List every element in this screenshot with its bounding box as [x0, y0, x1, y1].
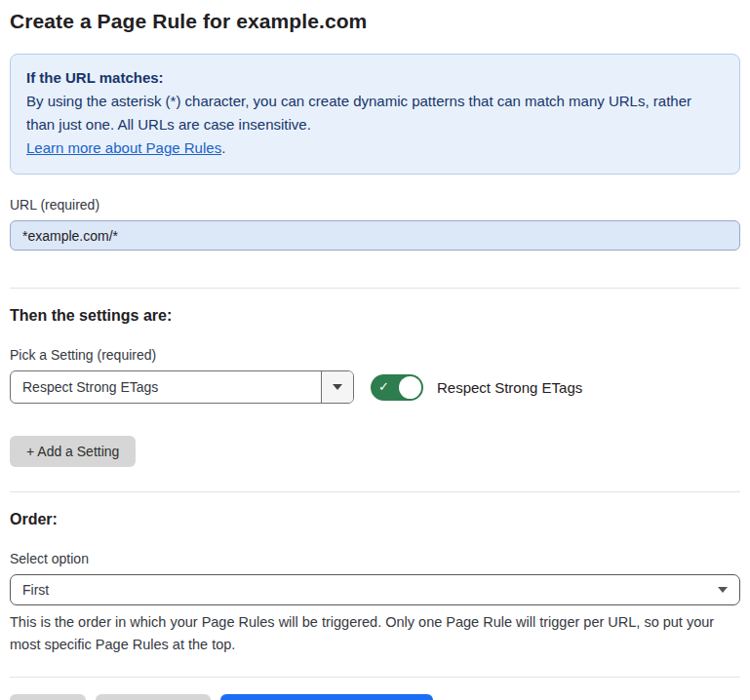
- order-help-text: This is the order in which your Page Rul…: [10, 611, 740, 656]
- check-icon: ✓: [378, 380, 389, 393]
- learn-more-link[interactable]: Learn more about Page Rules: [26, 139, 221, 156]
- divider: [10, 491, 740, 492]
- toggle-knob: [399, 376, 421, 399]
- setting-select-value: Respect Strong ETags: [11, 371, 321, 403]
- setting-toggle-label: Respect Strong ETags: [437, 379, 582, 396]
- order-select[interactable]: First: [10, 574, 740, 605]
- chevron-down-icon: [333, 384, 342, 390]
- info-box-heading: If the URL matches:: [26, 66, 724, 90]
- settings-section-heading: Then the settings are:: [10, 307, 740, 325]
- save-and-deploy-button[interactable]: Save and Deploy Page Rule: [220, 694, 433, 700]
- save-as-draft-button[interactable]: Save as Draft: [96, 694, 212, 700]
- url-match-info-box: If the URL matches: By using the asteris…: [10, 54, 740, 175]
- url-input[interactable]: [10, 220, 740, 251]
- setting-toggle[interactable]: ✓: [371, 374, 423, 401]
- setting-select[interactable]: Respect Strong ETags: [10, 370, 354, 404]
- info-box-body-text: By using the asterisk (*) character, you…: [26, 93, 691, 133]
- setting-select-arrow-button[interactable]: [321, 371, 353, 403]
- setting-row: Respect Strong ETags ✓ Respect Strong ET…: [10, 370, 740, 404]
- page-rule-form: Create a Page Rule for example.com If th…: [0, 0, 750, 700]
- order-select-label: Select option: [10, 551, 740, 566]
- info-box-body: By using the asterisk (*) character, you…: [26, 90, 724, 136]
- order-select-value: First: [22, 582, 49, 598]
- chevron-down-icon: [718, 587, 728, 593]
- divider: [10, 677, 740, 678]
- footer-actions: Cancel Save as Draft Save and Deploy Pag…: [10, 694, 740, 700]
- divider: [10, 288, 740, 289]
- page-title: Create a Page Rule for example.com: [10, 10, 740, 33]
- order-section-heading: Order:: [10, 511, 740, 528]
- url-field-label: URL (required): [10, 197, 740, 213]
- add-setting-button[interactable]: + Add a Setting: [10, 436, 136, 467]
- link-period: .: [221, 139, 225, 156]
- cancel-button[interactable]: Cancel: [10, 694, 86, 700]
- pick-setting-label: Pick a Setting (required): [10, 347, 740, 363]
- info-box-link-line: Learn more about Page Rules.: [26, 136, 724, 160]
